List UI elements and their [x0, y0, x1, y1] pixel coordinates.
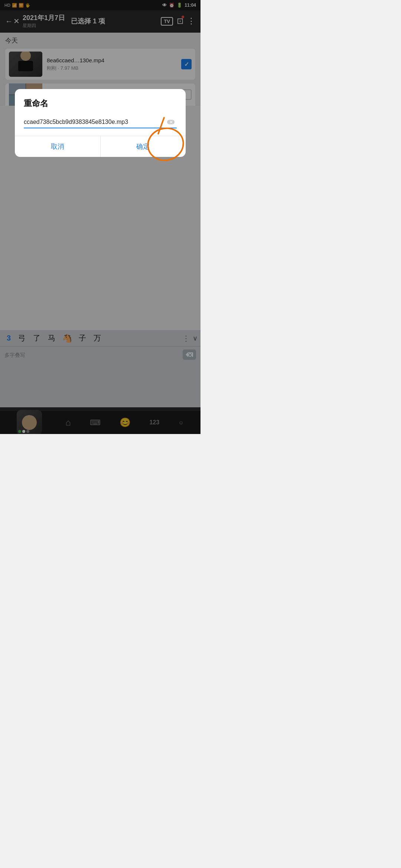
clear-icon [166, 118, 175, 126]
dialog-title: 重命名 [24, 98, 177, 109]
rename-dialog: 重命名 取消 确定 [15, 89, 186, 157]
dialog-overlay: 重命名 取消 确定 [0, 0, 200, 434]
confirm-button[interactable]: 确定 [101, 136, 186, 157]
clear-input-button[interactable] [165, 116, 177, 128]
cancel-button[interactable]: 取消 [15, 136, 101, 157]
dialog-actions: 取消 确定 [15, 136, 186, 157]
dialog-input-container [24, 116, 177, 128]
rename-input[interactable] [24, 116, 177, 128]
